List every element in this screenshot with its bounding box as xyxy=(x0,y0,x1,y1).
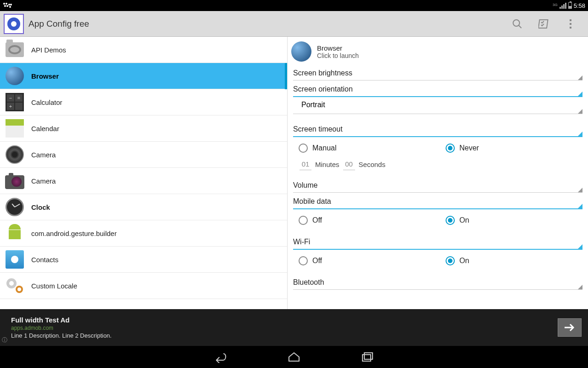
app-icon[interactable] xyxy=(4,14,24,34)
wifi-radio-off[interactable]: Off xyxy=(299,256,418,265)
selection-indicator xyxy=(285,63,287,89)
svg-line-8 xyxy=(519,25,521,28)
app-title: App Config free xyxy=(28,19,511,29)
platform-icon xyxy=(3,2,13,9)
section-mobile-data[interactable]: Mobile data xyxy=(293,193,582,209)
app-item-label: Calendar xyxy=(31,125,59,132)
app-item-label: Custom Locale xyxy=(31,282,77,290)
app-item-calculator[interactable]: −=+ Calculator xyxy=(0,89,287,115)
svg-rect-11 xyxy=(364,353,373,359)
back-icon[interactable] xyxy=(211,348,230,366)
battery-icon xyxy=(568,2,572,9)
svg-point-0 xyxy=(3,3,5,5)
globe-icon xyxy=(5,66,25,86)
app-item-clock[interactable]: Clock xyxy=(0,194,287,220)
svg-rect-9 xyxy=(538,20,548,28)
section-timeout[interactable]: Screen timeout xyxy=(293,121,582,137)
app-list[interactable]: API Demos Browser −=+ Calculator Calenda… xyxy=(0,37,287,309)
app-item-label: Contacts xyxy=(31,256,58,264)
navigation-bar xyxy=(0,346,588,368)
android-icon xyxy=(5,223,25,243)
app-item-camera-2[interactable]: Camera xyxy=(0,168,287,194)
section-wifi[interactable]: Wi-Fi xyxy=(293,233,582,250)
svg-point-4 xyxy=(8,4,10,6)
status-bar: 3G 5:58 xyxy=(0,0,588,11)
overflow-menu-icon[interactable] xyxy=(564,17,577,30)
calendar-icon xyxy=(5,118,25,138)
app-item-label: Calculator xyxy=(31,98,62,106)
section-bluetooth[interactable]: Bluetooth xyxy=(293,274,582,290)
mobiledata-radio-on[interactable]: On xyxy=(446,216,565,225)
seconds-input[interactable] xyxy=(343,158,355,170)
timeout-radio-never[interactable]: Never xyxy=(446,144,565,153)
orientation-dropdown[interactable]: Portrait xyxy=(293,97,582,114)
collapse-icon xyxy=(578,92,582,96)
expand-icon xyxy=(578,188,582,192)
app-item-browser[interactable]: Browser xyxy=(0,63,287,89)
app-item-label: Browser xyxy=(31,72,59,80)
detail-header[interactable]: Browser Click to launch xyxy=(288,37,588,64)
svg-point-2 xyxy=(4,5,6,7)
ad-description: Line 1 Description. Line 2 Description. xyxy=(11,332,112,339)
globe-icon xyxy=(291,41,311,62)
checklist-icon[interactable] xyxy=(537,17,550,30)
home-icon[interactable] xyxy=(285,348,303,366)
gears-icon xyxy=(5,276,25,296)
detail-pane: Browser Click to launch Screen brightnes… xyxy=(288,37,588,309)
timeout-radio-manual[interactable]: Manual xyxy=(299,144,418,153)
detail-subtitle: Click to launch xyxy=(317,52,359,59)
mobiledata-radio-off[interactable]: Off xyxy=(299,216,418,225)
svg-point-1 xyxy=(6,3,7,5)
app-item-custom-locale[interactable]: Custom Locale xyxy=(0,273,287,299)
contacts-icon xyxy=(5,249,25,270)
aperture-icon xyxy=(5,144,25,165)
section-brightness[interactable]: Screen brightness xyxy=(293,64,582,80)
clock-time: 5:58 xyxy=(574,2,585,9)
recents-icon[interactable] xyxy=(358,348,377,366)
calculator-icon: −=+ xyxy=(5,92,25,112)
ad-title: Full width Test Ad xyxy=(11,316,112,324)
action-bar: App Config free xyxy=(0,11,588,37)
svg-point-7 xyxy=(513,20,520,26)
folder-gear-icon xyxy=(5,40,25,60)
ad-banner[interactable]: ⓘ Full width Test Ad apps.admob.com Line… xyxy=(0,309,588,346)
main-content: API Demos Browser −=+ Calculator Calenda… xyxy=(0,37,588,309)
app-item-label: Camera xyxy=(31,177,56,185)
app-item-calendar[interactable]: Calendar xyxy=(0,115,287,142)
signal-icon xyxy=(560,2,566,9)
collapse-icon xyxy=(578,204,582,208)
detail-app-name: Browser xyxy=(317,44,359,52)
app-item-api-demos[interactable]: API Demos xyxy=(0,37,287,63)
wifi-radio-on[interactable]: On xyxy=(446,256,565,265)
svg-point-3 xyxy=(6,5,8,7)
expand-icon xyxy=(578,75,582,80)
section-volume[interactable]: Volume xyxy=(293,177,582,193)
collapse-icon xyxy=(578,244,582,249)
expand-icon xyxy=(578,285,582,289)
app-item-gesture-builder[interactable]: com.android.gesture.builder xyxy=(0,220,287,247)
app-item-label: Camera xyxy=(31,151,56,159)
minutes-input[interactable] xyxy=(300,158,311,170)
collapse-icon xyxy=(578,132,582,136)
svg-point-6 xyxy=(9,6,11,8)
search-icon[interactable] xyxy=(511,17,524,30)
clock-icon xyxy=(5,197,25,217)
network-type: 3G xyxy=(553,3,558,7)
ad-url: apps.admob.com xyxy=(11,325,112,331)
app-item-label: Clock xyxy=(31,203,50,211)
svg-rect-10 xyxy=(362,355,371,361)
app-item-camera-1[interactable]: Camera xyxy=(0,142,287,168)
app-item-label: com.android.gesture.builder xyxy=(31,230,117,237)
info-icon[interactable]: ⓘ xyxy=(2,336,7,344)
dropdown-icon xyxy=(578,109,582,114)
arrow-right-icon[interactable] xyxy=(558,318,582,337)
section-orientation[interactable]: Screen orientation xyxy=(293,80,582,97)
app-item-label: API Demos xyxy=(31,46,66,54)
app-item-contacts[interactable]: Contacts xyxy=(0,247,287,273)
camera-icon xyxy=(5,171,25,191)
svg-point-5 xyxy=(10,4,12,6)
